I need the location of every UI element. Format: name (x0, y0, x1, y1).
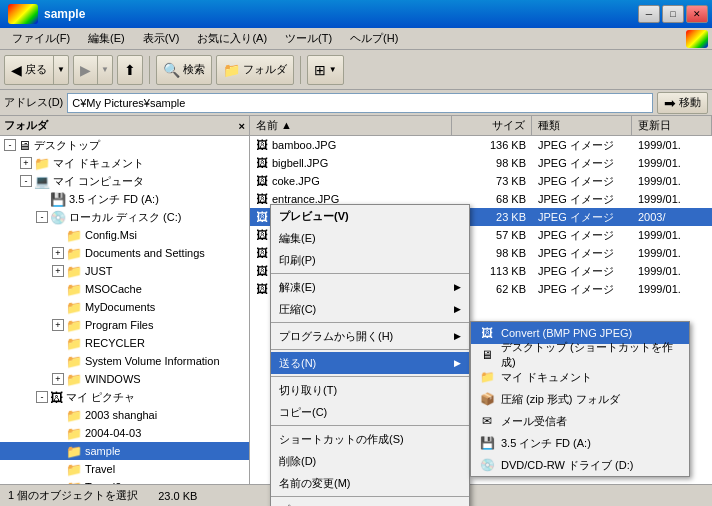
ctx-properties[interactable]: プロパティ(R) (271, 499, 469, 506)
submenu-zipfolder[interactable]: 📦 圧縮 (zip 形式) フォルダ (471, 388, 689, 410)
view-button[interactable]: ⊞ ▼ (307, 55, 344, 85)
ctx-preview[interactable]: プレビュー(V) (271, 205, 469, 227)
icon-localc: 💿 (50, 210, 66, 225)
ctx-compress-arrow: ▶ (454, 304, 461, 314)
icon-just: 📁 (66, 264, 82, 279)
icon-configmsi: 📁 (66, 228, 82, 243)
tree-item-localc[interactable]: - 💿 ローカル ディスク (C:) (0, 208, 249, 226)
maximize-button[interactable]: □ (662, 5, 684, 23)
address-input[interactable] (67, 93, 653, 113)
icon-mydocuments: 📁 (66, 300, 82, 315)
back-dropdown[interactable]: ▼ (53, 56, 68, 84)
file-type-bamboo: JPEG イメージ (532, 138, 632, 153)
col-header-name[interactable]: 名前 ▲ (250, 116, 452, 135)
menu-edit[interactable]: 編集(E) (80, 29, 133, 48)
tree-item-mypictures[interactable]: - 🖼 マイ ピクチャ (0, 388, 249, 406)
tree-item-sysvolinfo[interactable]: 📁 System Volume Information (0, 352, 249, 370)
forward-main[interactable]: ▶ (74, 56, 97, 84)
file-type-stereo: JPEG イメージ (532, 228, 632, 243)
tree-item-docsettings[interactable]: + 📁 Documents and Settings (0, 244, 249, 262)
back-main[interactable]: ◀ 戻る (5, 56, 53, 84)
tree-item-travel[interactable]: 📁 Travel (0, 460, 249, 478)
tree-item-mycomputer[interactable]: - 💻 マイ コンピュータ (0, 172, 249, 190)
col-header-date[interactable]: 更新日 (632, 116, 712, 135)
ctx-extract[interactable]: 解凍(E) ▶ (271, 276, 469, 298)
ctx-sendto[interactable]: 送る(N) ▶ (271, 352, 469, 374)
submenu-dvd[interactable]: 💿 DVD/CD-RW ドライブ (D:) (471, 454, 689, 476)
forward-dropdown[interactable]: ▼ (97, 56, 112, 84)
tree-item-msocache[interactable]: 📁 MSOCache (0, 280, 249, 298)
ctx-cut[interactable]: 切り取り(T) (271, 379, 469, 401)
tree-item-sample[interactable]: 📁 sample (0, 442, 249, 460)
back-button[interactable]: ◀ 戻る ▼ (4, 55, 69, 85)
go-button[interactable]: ➡ 移動 (657, 92, 708, 114)
tree-item-windows[interactable]: + 📁 WINDOWS (0, 370, 249, 388)
ctx-delete[interactable]: 削除(D) (271, 450, 469, 472)
submenu-mail[interactable]: ✉ メール受信者 (471, 410, 689, 432)
tree-item-shanghai[interactable]: 📁 2003 shanghai (0, 406, 249, 424)
file-name-coke: 🖼 coke.JPG (250, 174, 452, 188)
ctx-copy[interactable]: コピー(C) (271, 401, 469, 423)
ctx-shortcut[interactable]: ショートカットの作成(S) (271, 428, 469, 450)
tree-item-desktop[interactable]: - 🖥 デスクトップ (0, 136, 249, 154)
file-icon-shop: 🖼 (256, 210, 268, 224)
tree-item-mydocs[interactable]: + 📁 マイ ドキュメント (0, 154, 249, 172)
search-button[interactable]: 🔍 検索 (156, 55, 212, 85)
file-date-bigbell: 1999/01. (632, 157, 712, 169)
ctx-compress[interactable]: 圧縮(C) ▶ (271, 298, 469, 320)
icon-travel: 📁 (66, 462, 82, 477)
ctx-sep-2 (271, 322, 469, 323)
up-button[interactable]: ⬆ (117, 55, 143, 85)
tree-close-button[interactable]: × (239, 120, 245, 132)
file-item-bigbell[interactable]: 🖼 bigbell.JPG 98 KB JPEG イメージ 1999/01. (250, 154, 712, 172)
submenu-floppy[interactable]: 💾 3.5 インチ FD (A:) (471, 432, 689, 454)
expander-mydocs[interactable]: + (20, 157, 32, 169)
minimize-button[interactable]: ─ (638, 5, 660, 23)
tree-item-floppy[interactable]: 💾 3.5 インチ FD (A:) (0, 190, 249, 208)
file-date-stereo: 1999/01. (632, 229, 712, 241)
ctx-rename[interactable]: 名前の変更(M) (271, 472, 469, 494)
expander-docsettings[interactable]: + (52, 247, 64, 259)
tree-item-programfiles[interactable]: + 📁 Program Files (0, 316, 249, 334)
file-icon-thiefbir: 🖼 (256, 264, 268, 278)
file-item-bamboo[interactable]: 🖼 bamboo.JPG 136 KB JPEG イメージ 1999/01. (250, 136, 712, 154)
expander-just[interactable]: + (52, 265, 64, 277)
menu-file[interactable]: ファイル(F) (4, 29, 78, 48)
ctx-print[interactable]: 印刷(P) (271, 249, 469, 271)
expander-desktop[interactable]: - (4, 139, 16, 151)
menu-view[interactable]: 表示(V) (135, 29, 188, 48)
col-header-size[interactable]: サイズ (452, 116, 532, 135)
expander-mycomputer[interactable]: - (20, 175, 32, 187)
tree-scroll[interactable]: - 🖥 デスクトップ + 📁 マイ ドキュメント - 💻 マイ コンピュータ 💾… (0, 136, 249, 484)
tree-item-mydocuments[interactable]: 📁 MyDocuments (0, 298, 249, 316)
ctx-edit[interactable]: 編集(E) (271, 227, 469, 249)
submenu-floppy-icon: 💾 (479, 435, 495, 451)
expander-mypictures[interactable]: - (36, 391, 48, 403)
icon-programfiles: 📁 (66, 318, 82, 333)
expander-localc[interactable]: - (36, 211, 48, 223)
folder-button[interactable]: 📁 フォルダ (216, 55, 294, 85)
submenu-desktop[interactable]: 🖥 デスクトップ (ショートカットを作成) (471, 344, 689, 366)
file-list-header: 名前 ▲ サイズ 種類 更新日 (250, 116, 712, 136)
menu-help[interactable]: ヘルプ(H) (342, 29, 406, 48)
ctx-openwidth[interactable]: プログラムから開く(H) ▶ (271, 325, 469, 347)
menu-favorites[interactable]: お気に入り(A) (189, 29, 275, 48)
icon-floppy: 💾 (50, 192, 66, 207)
file-icon-stereo: 🖼 (256, 228, 268, 242)
expander-travel (52, 463, 64, 475)
expander-windows[interactable]: + (52, 373, 64, 385)
col-header-type[interactable]: 種類 (532, 116, 632, 135)
forward-button[interactable]: ▶ ▼ (73, 55, 113, 85)
expander-programfiles[interactable]: + (52, 319, 64, 331)
expander-mydocuments (52, 301, 64, 313)
tree-item-travel2[interactable]: 📁 Travel2 (0, 478, 249, 484)
file-item-coke[interactable]: 🖼 coke.JPG 73 KB JPEG イメージ 1999/01. (250, 172, 712, 190)
tree-item-recycler[interactable]: 📁 RECYCLER (0, 334, 249, 352)
tree-item-just[interactable]: + 📁 JUST (0, 262, 249, 280)
folder-tree: フォルダ × - 🖥 デスクトップ + 📁 マイ ドキュメント - 💻 マイ コ… (0, 116, 250, 484)
toolbar: ◀ 戻る ▼ ▶ ▼ ⬆ 🔍 検索 📁 フォルダ ⊞ ▼ (0, 50, 712, 90)
tree-item-date2004[interactable]: 📁 2004-04-03 (0, 424, 249, 442)
menu-tools[interactable]: ツール(T) (277, 29, 340, 48)
close-button[interactable]: ✕ (686, 5, 708, 23)
tree-item-configmsi[interactable]: 📁 Config.Msi (0, 226, 249, 244)
